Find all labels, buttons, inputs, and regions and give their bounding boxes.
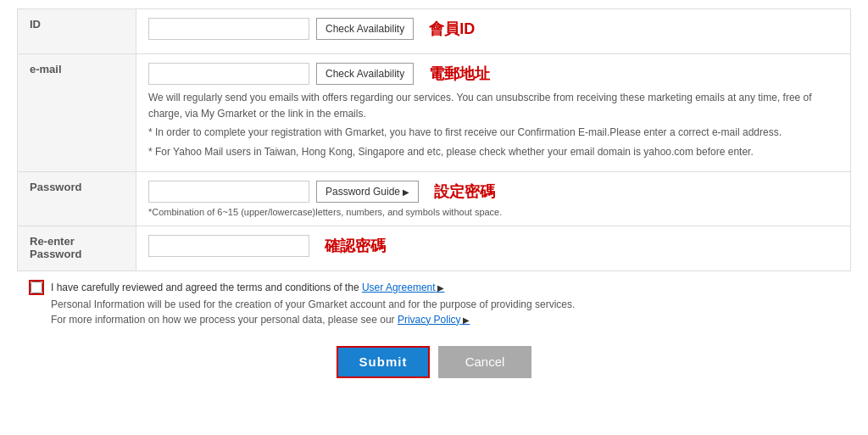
password-row: Password Password Guide 設定密碼 *Combinatio… xyxy=(18,171,851,226)
email-info-1: We will regularly send you emails with o… xyxy=(148,90,838,122)
reenter-cn-label: 確認密碼 xyxy=(325,236,386,256)
password-hint: *Combination of 6~15 (upper/lowercase)le… xyxy=(148,207,838,217)
id-input-row: Check Availability 會員ID xyxy=(148,18,838,40)
id-cn-label: 會員ID xyxy=(429,19,475,39)
password-input-row: Password Guide 設定密碼 xyxy=(148,181,838,203)
agreement-checkbox-wrapper[interactable] xyxy=(29,280,44,295)
user-agreement-link[interactable]: User Agreement xyxy=(362,282,445,293)
cancel-button[interactable]: Cancel xyxy=(438,346,531,378)
registration-form: ID Check Availability 會員ID e-mail Check … xyxy=(17,8,851,271)
password-cell: Password Guide 設定密碼 *Combination of 6~15… xyxy=(136,171,851,226)
personal-info-text: Personal Information will be used for th… xyxy=(51,298,839,310)
id-cell: Check Availability 會員ID xyxy=(136,9,851,54)
reenter-label: Re-enter Password xyxy=(18,226,136,270)
email-check-availability-button[interactable]: Check Availability xyxy=(316,63,414,85)
agreement-text-1: I have carefully reviewed and agreed the… xyxy=(51,282,362,293)
password-input[interactable] xyxy=(148,181,309,203)
email-input-row: Check Availability 電郵地址 xyxy=(148,63,838,85)
reenter-cell: 確認密碼 xyxy=(136,226,851,270)
email-input[interactable] xyxy=(148,63,309,85)
reenter-password-row: Re-enter Password 確認密碼 xyxy=(18,226,851,270)
id-check-availability-button[interactable]: Check Availability xyxy=(316,18,414,40)
submit-button[interactable]: Submit xyxy=(337,346,430,378)
email-label: e-mail xyxy=(18,54,136,172)
password-guide-button[interactable]: Password Guide xyxy=(316,181,419,203)
id-label: ID xyxy=(18,9,136,54)
agreement-section: I have carefully reviewed and agreed the… xyxy=(17,271,851,334)
agreement-checkbox[interactable] xyxy=(31,282,42,293)
email-info-2: * In order to complete your registration… xyxy=(148,125,838,141)
email-info-3: * For Yahoo Mail users in Taiwan, Hong K… xyxy=(148,144,838,160)
reenter-password-input[interactable] xyxy=(148,235,309,257)
id-input[interactable] xyxy=(148,18,309,40)
password-cn-label: 設定密碼 xyxy=(434,181,495,202)
email-info-block: We will regularly send you emails with o… xyxy=(148,90,838,160)
email-cn-label: 電郵地址 xyxy=(429,64,490,84)
agreement-row: I have carefully reviewed and agreed the… xyxy=(29,280,839,295)
reenter-input-row: 確認密碼 xyxy=(148,235,838,257)
buttons-section: Submit Cancel xyxy=(17,334,851,390)
privacy-text-prefix: For more information on how we process y… xyxy=(51,314,398,326)
privacy-policy-link[interactable]: Privacy Policy xyxy=(398,314,470,326)
email-row: e-mail Check Availability 電郵地址 We will r… xyxy=(18,54,851,172)
agreement-text: I have carefully reviewed and agreed the… xyxy=(51,282,444,293)
email-cell: Check Availability 電郵地址 We will regularl… xyxy=(136,54,851,172)
password-label: Password xyxy=(18,171,136,226)
id-row: ID Check Availability 會員ID xyxy=(18,9,851,54)
privacy-text: For more information on how we process y… xyxy=(51,314,839,326)
